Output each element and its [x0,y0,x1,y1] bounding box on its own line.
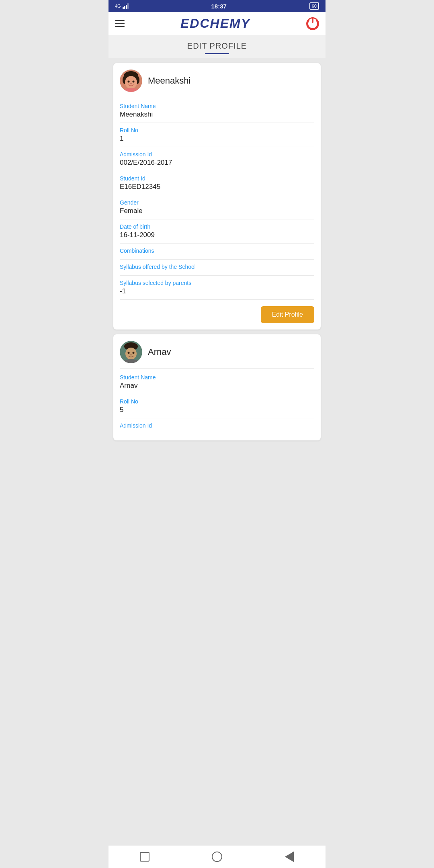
page-title-underline [205,53,229,54]
label-arnav-student-name: Student Name [120,374,314,381]
profile-header-arnav: Arnav [120,341,314,368]
value-syllabus-selected: -1 [120,287,314,295]
hamburger-line-2 [115,23,125,24]
profile-name-meenakshi: Meenakshi [148,76,190,86]
label-roll-no: Roll No [120,127,314,133]
content-area: Meenakshi Student Name Meenakshi Roll No… [108,63,326,473]
bar2 [124,6,125,9]
home-icon [140,852,149,862]
field-syllabus-offered: Syllabus offered by the School [120,260,314,276]
value-student-id: E16ED12345 [120,183,314,191]
nav-previous-button[interactable] [283,850,296,863]
value-arnav-roll-no: 5 [120,406,314,414]
profile-card-meenakshi: Meenakshi Student Name Meenakshi Roll No… [113,63,321,330]
avatar-arnav [120,341,142,363]
label-arnav-admission-id: Admission Id [120,422,314,429]
label-combinations: Combinations [120,248,314,254]
svg-point-4 [125,76,137,89]
svg-point-11 [125,348,137,360]
field-gender: Gender Female [120,195,314,219]
signal-bars [123,3,129,9]
value-admission-id: 002/E/2016-2017 [120,159,314,167]
field-student-name: Student Name Meenakshi [120,99,314,123]
label-arnav-roll-no: Roll No [120,398,314,405]
field-admission-id: Admission Id 002/E/2016-2017 [120,147,314,171]
power-button[interactable] [306,17,319,30]
svg-point-6 [133,81,135,83]
edit-button-container: Edit Profile [120,300,314,323]
label-gender: Gender [120,199,314,206]
page-title-section: EDIT PROFILE [108,35,326,58]
profile-card-arnav: Arnav Student Name Arnav Roll No 5 Admis… [113,334,321,440]
edit-profile-button-meenakshi[interactable]: Edit Profile [261,306,314,323]
field-syllabus-selected: Syllabus selected by parents -1 [120,276,314,300]
field-arnav-roll-no: Roll No 5 [120,394,314,418]
menu-button[interactable] [115,20,125,27]
nav-home-button[interactable] [138,850,151,863]
field-arnav-student-name: Student Name Arnav [120,370,314,394]
label-student-id: Student Id [120,175,314,182]
field-student-id: Student Id E16ED12345 [120,171,314,195]
avatar-meenakshi [120,70,142,92]
bar1 [123,7,124,9]
nav-back-button[interactable] [211,850,223,863]
svg-point-5 [128,81,130,83]
field-roll-no: Roll No 1 [120,123,314,147]
svg-point-15 [130,354,132,356]
status-bar: 4G 18:37 60 [108,0,326,12]
value-student-name: Meenakshi [120,111,314,119]
label-dob: Date of birth [120,223,314,230]
battery-indicator: 60 [309,2,319,10]
svg-point-12 [128,352,130,354]
bottom-navigation [108,845,326,868]
bar4 [127,3,129,9]
field-arnav-admission-id: Admission Id [120,418,314,434]
label-syllabus-selected: Syllabus selected by parents [120,280,314,286]
hamburger-line-3 [115,26,125,27]
app-logo: EDCHEMY [180,16,250,31]
value-arnav-student-name: Arnav [120,382,314,390]
previous-icon [285,852,294,862]
label-syllabus-offered: Syllabus offered by the School [120,264,314,270]
app-header: EDCHEMY [108,12,326,35]
signal-indicator: 4G [115,3,129,9]
status-time: 18:37 [211,3,227,10]
label-student-name: Student Name [120,103,314,109]
signal-type: 4G [115,4,121,8]
bar3 [126,5,127,9]
field-dob: Date of birth 16-11-2009 [120,219,314,244]
svg-point-13 [133,352,135,354]
value-gender: Female [120,207,314,215]
svg-point-8 [130,83,132,84]
label-admission-id: Admission Id [120,151,314,158]
value-roll-no: 1 [120,135,314,143]
profile-name-arnav: Arnav [148,347,171,357]
back-icon [212,852,222,862]
value-dob: 16-11-2009 [120,231,314,239]
profile-header-meenakshi: Meenakshi [120,70,314,97]
field-combinations: Combinations [120,244,314,260]
hamburger-line-1 [115,20,125,21]
page-title: EDIT PROFILE [108,41,326,51]
